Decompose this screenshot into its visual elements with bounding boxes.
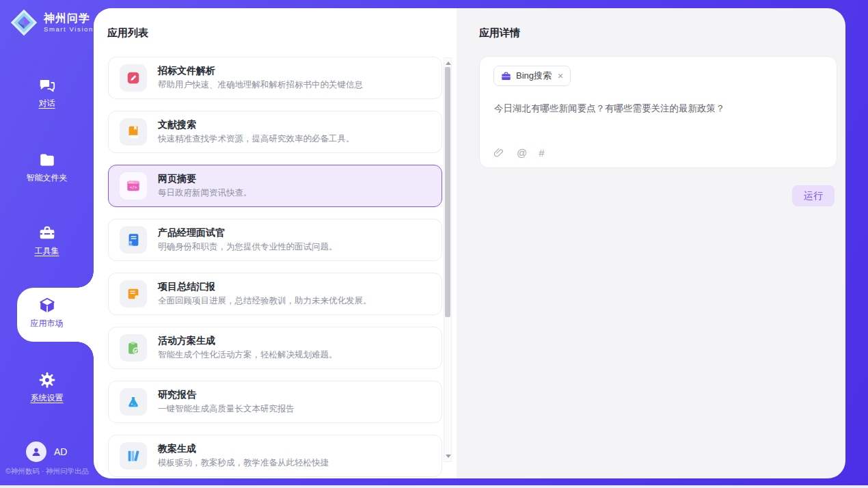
literature-book-icon [126, 124, 141, 139]
sidebar-item-label: 应用市场 [31, 319, 64, 327]
bid-document-edit-icon [126, 70, 141, 85]
app-title: 招标文件解析 [158, 66, 363, 76]
brand-name: 神州问学 [44, 12, 94, 25]
prompt-text-input[interactable]: 今日湖北有哪些新闻要点？有哪些需要关注的最新政策？ [494, 102, 820, 116]
gear-icon [38, 371, 56, 389]
sidebar-item-app-market[interactable]: 应用市场 [0, 297, 94, 327]
app-desc: 快速精准查找学术资源，提高研究效率的必备工具。 [158, 134, 355, 144]
topic-hash-icon[interactable]: # [539, 148, 544, 158]
app-title: 活动方案生成 [158, 336, 338, 346]
app-list-item-bid-analysis[interactable]: 招标文件解析 帮助用户快速、准确地理解和解析招标书中的关键信息 [108, 57, 442, 99]
summary-note-icon [126, 286, 141, 301]
sidebar-item-label: 对话 [39, 99, 55, 107]
avatar [26, 442, 46, 462]
run-button[interactable]: 运行 [792, 185, 835, 206]
scrollbar-down-arrow-icon[interactable] [446, 455, 451, 458]
app-list-scrollbar[interactable] [444, 57, 452, 462]
user-account[interactable]: AD [26, 442, 67, 462]
app-list-item-webpage-summary[interactable]: </> 网页摘要 每日政府新闻资讯快查。 [108, 165, 442, 207]
app-desc: 每日政府新闻资讯快查。 [158, 188, 252, 198]
brand-tagline: Smart Vision [44, 25, 94, 33]
scrollbar-thumb[interactable] [445, 67, 450, 317]
plan-clipboard-icon [126, 340, 141, 355]
scrollbar-up-arrow-icon[interactable] [446, 62, 451, 65]
prompt-card: Bing搜索 × 今日湖北有哪些新闻要点？有哪些需要关注的最新政策？ @ # [479, 56, 837, 168]
brand-logo: 神州问学 Smart Vision [9, 8, 94, 38]
app-title: 产品经理面试官 [158, 228, 338, 238]
app-detail-panel: 应用详情 Bing搜索 × 今日湖北有哪些新闻要点？有哪些需要关注的最新政策？ [457, 8, 845, 478]
app-detail-title: 应用详情 [479, 27, 520, 40]
svg-text:</>: </> [130, 185, 137, 189]
app-desc: 智能生成个性化活动方案，轻松解决规划难题。 [158, 350, 338, 360]
cube-icon [38, 297, 56, 314]
gem-logo-icon [9, 8, 39, 38]
app-list-item-project-summary[interactable]: 项目总结汇报 全面回顾项目进展，总结经验教训，助力未来优化发展。 [108, 273, 442, 315]
app-list-item-event-plan[interactable]: 活动方案生成 智能生成个性化活动方案，轻松解决规划难题。 [108, 327, 442, 369]
toolbox-icon [38, 224, 56, 242]
app-icon-tile [120, 226, 147, 254]
attachment-icon[interactable] [493, 147, 505, 159]
app-desc: 明确身份和职责，为您提供专业性的面试问题。 [158, 242, 338, 252]
content-card: 应用列表 招标文件解析 帮助用户快速、准确地理解和解析招标书中的关键信息 [94, 8, 845, 478]
tool-tag-bing-search[interactable]: Bing搜索 × [493, 66, 571, 86]
app-desc: 全面回顾项目进展，总结经验教训，助力未来优化发展。 [158, 296, 372, 306]
chat-icon [38, 77, 56, 94]
copyright-text: ©神州数码 · 神州问学出品 [5, 467, 89, 476]
sidebar-item-system-settings[interactable]: 系统设置 [0, 371, 94, 402]
app-list-panel: 应用列表 招标文件解析 帮助用户快速、准确地理解和解析招标书中的关键信息 [94, 8, 457, 478]
sidebar: 神州问学 Smart Vision 对话 智能文件夹 [0, 0, 94, 485]
app-icon-tile [120, 64, 147, 92]
sidebar-item-toolset[interactable]: 工具集 [0, 224, 94, 255]
app-icon-tile [120, 334, 147, 362]
sidebar-item-chat[interactable]: 对话 [0, 77, 94, 107]
app-list-item-lesson-plan[interactable]: 教案生成 模板驱动，教案秒成，教学准备从此轻松快捷 [108, 435, 442, 477]
bottom-strip [0, 485, 868, 488]
app-desc: 模板驱动，教案秒成，教学准备从此轻松快捷 [158, 458, 329, 468]
active-nav-bubble-curve-top [77, 271, 94, 288]
app-title: 网页摘要 [158, 174, 252, 184]
person-icon [31, 446, 42, 457]
app-icon-tile: </> [120, 172, 147, 200]
app-list-item-research-report[interactable]: 研究报告 一键智能生成高质量长文本研究报告 [108, 381, 442, 423]
sidebar-item-label: 系统设置 [31, 394, 64, 402]
lesson-books-icon [126, 448, 141, 463]
app-title: 项目总结汇报 [158, 282, 372, 292]
sidebar-item-label: 工具集 [35, 247, 59, 255]
folder-icon [38, 151, 56, 169]
webpage-code-icon: </> [126, 178, 141, 193]
research-flask-icon [126, 394, 141, 409]
active-nav-bubble-curve-bottom [77, 342, 94, 358]
app-list-item-literature-search[interactable]: 文献搜索 快速精准查找学术资源，提高研究效率的必备工具。 [108, 111, 442, 153]
app-icon-tile [120, 118, 147, 146]
sidebar-item-label: 智能文件夹 [27, 174, 68, 182]
app-title: 文献搜索 [158, 120, 355, 130]
user-name: AD [54, 446, 67, 457]
app-icon-tile [120, 280, 147, 308]
tool-tag-close-icon[interactable]: × [558, 71, 563, 81]
app-list-title: 应用列表 [107, 27, 148, 40]
app-title: 教案生成 [158, 444, 329, 454]
app-list-item-pm-interviewer[interactable]: 产品经理面试官 明确身份和职责，为您提供专业性的面试问题。 [108, 219, 442, 261]
interviewer-doc-icon [126, 232, 141, 247]
tool-tag-label: Bing搜索 [516, 70, 552, 82]
briefcase-icon [501, 71, 511, 81]
composer-toolbar: @ # [493, 147, 545, 159]
app-desc: 一键智能生成高质量长文本研究报告 [158, 404, 295, 414]
app-title: 研究报告 [158, 390, 295, 400]
app-icon-tile [120, 388, 147, 416]
sidebar-item-smart-folder[interactable]: 智能文件夹 [0, 151, 94, 182]
app-desc: 帮助用户快速、准确地理解和解析招标书中的关键信息 [158, 80, 363, 90]
app-icon-tile [120, 442, 147, 470]
app-list: 招标文件解析 帮助用户快速、准确地理解和解析招标书中的关键信息 文献搜索 [108, 57, 442, 478]
mention-icon[interactable]: @ [517, 148, 527, 158]
